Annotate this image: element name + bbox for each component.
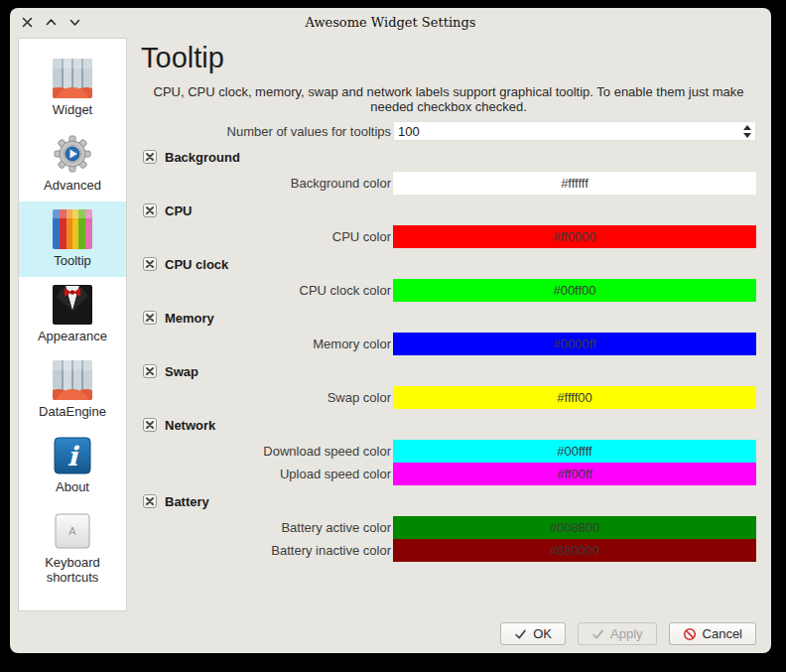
- keyboard-key-icon: A: [53, 511, 92, 551]
- section-label: Network: [165, 418, 215, 433]
- color-swatch-background-color[interactable]: #ffffff: [393, 172, 756, 195]
- page-description: CPU, CPU clock, memory, swap and network…: [143, 84, 754, 114]
- cancel-button[interactable]: Cancel: [669, 622, 756, 645]
- sidebar-item-label: Advanced: [44, 178, 101, 193]
- color-swatch-memory-color[interactable]: #0000ff: [393, 333, 756, 355]
- main-panel: Tooltip CPU, CPU clock, memory, swap and…: [127, 38, 756, 611]
- section-label: Background: [165, 150, 240, 165]
- sidebar-item-widget[interactable]: Widget: [19, 51, 126, 126]
- cancel-icon: [683, 627, 697, 641]
- checkbox-swap[interactable]: [143, 364, 157, 378]
- widget-chart-icon: [53, 59, 92, 98]
- tooltip-values-label: Number of values for tooltips: [141, 124, 393, 139]
- content-area: Widget Advanced Tooltip Appearance DataE…: [10, 36, 771, 611]
- section-memory: Memory Memory color #0000ff: [141, 310, 756, 355]
- color-stripes-icon: [53, 209, 92, 249]
- chevron-down-icon[interactable]: [67, 15, 82, 30]
- color-swatch-upload-speed-color[interactable]: #ff00ff: [393, 463, 756, 485]
- sidebar-item-tooltip[interactable]: Tooltip: [19, 202, 126, 277]
- color-swatch-battery-inactive-color[interactable]: #880000: [393, 539, 756, 562]
- color-row: Upload speed color #ff00ff: [141, 463, 756, 485]
- color-row: CPU clock color #00ff00: [141, 279, 756, 302]
- section-background: Background Background color #ffffff: [141, 149, 756, 195]
- color-swatch-cpu-clock-color[interactable]: #00ff00: [393, 279, 756, 302]
- color-row-label: Upload speed color: [141, 467, 393, 481]
- window-controls: [20, 15, 82, 30]
- color-hex-value: #880000: [550, 543, 600, 558]
- checkbox-cpu-clock[interactable]: [143, 257, 157, 271]
- section-label: CPU clock: [165, 257, 228, 272]
- spinbox-arrows: [741, 125, 755, 138]
- titlebar: Awesome Widget Settings: [10, 8, 771, 36]
- section-network: Network Download speed color #00ffff Upl…: [141, 417, 756, 485]
- widget-chart-icon: [53, 360, 92, 400]
- color-row: Battery active color #008800: [141, 516, 756, 539]
- tuxedo-icon: [53, 285, 92, 325]
- sidebar-item-keyboard-shortcuts[interactable]: A Keyboard shortcuts: [19, 503, 126, 594]
- color-hex-value: #ff00ff: [557, 467, 592, 481]
- check-icon: [591, 628, 604, 640]
- checkbox-cpu[interactable]: [143, 203, 157, 217]
- color-row-label: Battery active color: [141, 520, 393, 535]
- section-label: Battery: [165, 494, 209, 509]
- color-hex-value: #ffff00: [557, 390, 591, 405]
- color-row-label: Memory color: [141, 336, 393, 351]
- color-row: CPU color #ff0000: [141, 225, 756, 248]
- section-label: CPU: [165, 203, 192, 218]
- color-swatch-cpu-color[interactable]: #ff0000: [393, 225, 756, 248]
- color-row: Memory color #0000ff: [141, 333, 756, 355]
- color-row-label: Download speed color: [141, 444, 393, 459]
- color-row: Battery inactive color #880000: [141, 539, 756, 562]
- sidebar-item-label: Appearance: [38, 329, 107, 343]
- sidebar-item-advanced[interactable]: Advanced: [19, 126, 126, 202]
- section-swap: Swap Swap color #ffff00: [141, 363, 756, 409]
- sidebar-item-label: DataEngine: [39, 404, 106, 419]
- checkbox-battery[interactable]: [143, 494, 157, 508]
- color-row: Background color #ffffff: [141, 172, 756, 195]
- color-swatch-download-speed-color[interactable]: #00ffff: [393, 440, 756, 463]
- info-icon: i: [53, 436, 92, 475]
- spin-up-icon[interactable]: [743, 125, 751, 130]
- sidebar-item-dataengine[interactable]: DataEngine: [19, 352, 126, 428]
- color-row-label: Background color: [141, 176, 393, 191]
- checkbox-memory[interactable]: [143, 311, 157, 325]
- svg-text:A: A: [68, 525, 76, 537]
- gear-icon: [53, 134, 92, 174]
- sidebar-item-label: Widget: [53, 102, 92, 117]
- apply-button[interactable]: Apply: [578, 622, 657, 645]
- color-swatch-battery-active-color[interactable]: #008800: [393, 516, 756, 539]
- ok-button[interactable]: OK: [500, 622, 566, 645]
- window-title: Awesome Widget Settings: [10, 15, 771, 30]
- settings-dialog: Awesome Widget Settings Widget Advanced …: [10, 8, 771, 653]
- tooltip-values-row: Number of values for tooltips 100: [141, 121, 756, 141]
- tooltip-values-value[interactable]: 100: [394, 124, 741, 139]
- close-icon[interactable]: [20, 15, 35, 30]
- color-hex-value: #00ffff: [557, 444, 591, 459]
- check-icon: [514, 628, 527, 640]
- checkbox-background[interactable]: [143, 150, 157, 164]
- sidebar-item-about[interactable]: i About: [19, 428, 126, 503]
- section-label: Memory: [165, 311, 214, 326]
- chevron-up-icon[interactable]: [44, 15, 59, 30]
- tooltip-values-spinbox[interactable]: 100: [393, 121, 756, 141]
- color-row-label: Swap color: [141, 390, 393, 405]
- color-swatch-swap-color[interactable]: #ffff00: [393, 386, 756, 409]
- sidebar: Widget Advanced Tooltip Appearance DataE…: [18, 38, 127, 611]
- color-hex-value: #ffffff: [561, 176, 589, 191]
- color-row-label: CPU color: [141, 229, 393, 244]
- section-battery: Battery Battery active color #008800 Bat…: [141, 493, 756, 562]
- color-row-label: CPU clock color: [141, 283, 393, 298]
- spin-down-icon[interactable]: [743, 133, 751, 138]
- color-row-label: Battery inactive color: [141, 543, 393, 558]
- color-hex-value: #0000ff: [553, 336, 595, 351]
- page-title: Tooltip: [141, 42, 756, 74]
- section-label: Swap: [165, 364, 198, 379]
- sidebar-item-label: About: [56, 479, 89, 494]
- sidebar-item-label: Keyboard shortcuts: [21, 555, 124, 585]
- checkbox-network[interactable]: [143, 418, 157, 432]
- color-sections: Background Background color #ffffff CPU …: [141, 149, 756, 562]
- color-hex-value: #008800: [550, 520, 600, 535]
- sidebar-item-appearance[interactable]: Appearance: [19, 277, 126, 352]
- color-hex-value: #ff0000: [553, 229, 595, 244]
- dialog-buttons: OK Apply Cancel: [500, 622, 756, 645]
